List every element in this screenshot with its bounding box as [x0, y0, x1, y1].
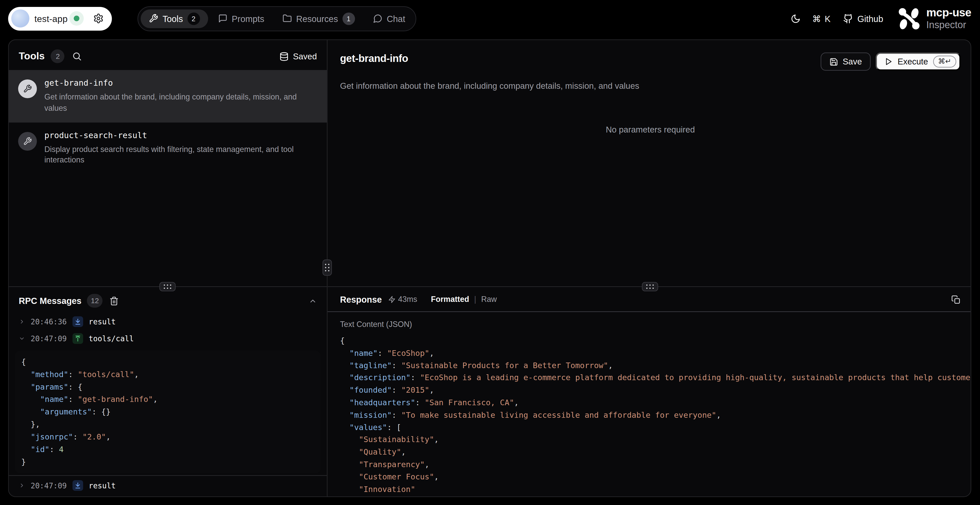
tools-section: Tools 2 Saved [9, 40, 327, 287]
search-icon[interactable] [72, 51, 82, 61]
code-token: , [608, 360, 613, 370]
collapse-panel-button[interactable] [309, 297, 317, 305]
code-token: , [430, 385, 434, 395]
left-panel: Tools 2 Saved [8, 40, 327, 497]
code-token [340, 447, 359, 457]
code-token: , [401, 447, 406, 457]
chevron-down-icon [19, 335, 25, 342]
code-token [340, 484, 359, 494]
code-token: "method" [31, 370, 68, 379]
code-token: : [410, 373, 420, 382]
play-icon [885, 57, 892, 66]
code-line: }, [21, 418, 314, 431]
code-token: , [716, 410, 721, 419]
github-label: Github [858, 14, 883, 24]
tab-prompts[interactable]: Prompts [210, 9, 272, 28]
horizontal-resize-handle-right[interactable] [642, 282, 658, 292]
rpc-timestamp: 20:46:36 [31, 317, 67, 326]
code-token: } [21, 457, 26, 466]
raw-toggle[interactable]: Raw [481, 295, 496, 304]
tool-name: get-brand-info [45, 78, 313, 88]
code-line: "Innovation" [340, 483, 970, 495]
code-line: "description": "EcoShop is a leading e-c… [340, 372, 970, 384]
sent-arrow-icon [72, 333, 83, 344]
code-token: "Customer Focus" [359, 472, 434, 481]
tab-chat[interactable]: Chat [365, 9, 414, 28]
code-line: "arguments": {} [21, 406, 314, 418]
code-token [21, 382, 31, 392]
tab-tools[interactable]: Tools 2 [141, 9, 208, 28]
clear-messages-button[interactable] [110, 296, 119, 306]
code-token [340, 472, 359, 481]
code-token: "jsonrpc" [31, 432, 73, 441]
tool-description: Get information about the brand, includi… [340, 81, 961, 91]
saved-button[interactable]: Saved [279, 52, 317, 61]
code-token [21, 395, 40, 404]
code-line: "Transparency", [340, 458, 970, 470]
code-token [21, 370, 31, 379]
settings-gear-icon[interactable] [93, 13, 104, 24]
code-line: "mission": "To make sustainable living a… [340, 409, 970, 421]
response-body: Text Content (JSON) { "name": "EcoShop",… [328, 312, 971, 497]
vertical-resize-handle[interactable] [323, 260, 332, 276]
execute-button[interactable]: Execute ⌘↵ [876, 53, 961, 71]
code-token: "To make sustainable living accessible a… [401, 410, 716, 419]
code-line: "founded": "2015", [340, 384, 970, 396]
code-token: : [415, 398, 425, 407]
code-token: "description" [349, 373, 410, 382]
brand-name: mcp-use [926, 7, 971, 18]
code-token: "founded" [349, 385, 392, 395]
rpc-timestamp: 20:47:09 [31, 481, 67, 490]
tool-item-product-search-result[interactable]: product-search-result Display product se… [9, 122, 327, 174]
code-token: }, [21, 419, 40, 429]
code-token: "Innovation" [359, 484, 415, 494]
app-root: test-app Tools 2 Prompts [0, 0, 980, 505]
code-token: : [392, 385, 401, 395]
code-token: "2015" [401, 385, 430, 395]
no-parameters-message: No parameters required [340, 125, 961, 135]
code-token: { [340, 336, 344, 345]
save-button[interactable]: Save [821, 53, 871, 71]
formatted-toggle[interactable]: Formatted [431, 295, 469, 304]
code-token: { [21, 357, 26, 366]
code-line: "Sustainability", [340, 433, 970, 446]
code-token: "headquarters" [349, 398, 415, 407]
tab-resources[interactable]: Resources 1 [274, 9, 363, 28]
code-token: "tools/call" [78, 370, 134, 379]
code-token: "get-brand-info" [78, 395, 153, 404]
code-token: : [392, 410, 401, 419]
horizontal-resize-handle-left[interactable] [159, 282, 176, 292]
right-panel: get-brand-info Save Execute [327, 40, 971, 497]
rpc-messages-title: RPC Messages [19, 296, 81, 306]
tools-title: Tools [19, 51, 45, 62]
command-k-shortcut[interactable]: ⌘ K [812, 14, 831, 24]
rpc-message-row[interactable]: 20:47:09 result [9, 475, 327, 496]
copy-button[interactable] [951, 295, 961, 304]
rpc-messages-section: RPC Messages 12 20:46:36 [9, 287, 327, 497]
chevron-right-icon [19, 482, 25, 489]
wrench-icon [149, 14, 158, 23]
execute-shortcut-badge: ⌘↵ [933, 56, 956, 67]
rpc-message-row[interactable]: 20:47:09 tools/call [9, 330, 327, 347]
trash-icon [110, 296, 119, 306]
code-line: "name": "EcoShop", [340, 347, 970, 359]
saved-label: Saved [293, 52, 317, 61]
code-line: "headquarters": "San Francisco, CA", [340, 396, 970, 409]
code-token [340, 398, 349, 407]
connection-pill[interactable]: test-app [8, 6, 112, 30]
lightning-icon [388, 296, 395, 303]
code-token [21, 407, 40, 416]
rpc-message-row[interactable]: 20:46:36 result [9, 313, 327, 330]
brand-subtitle: Inspector [926, 20, 971, 30]
rpc-timestamp: 20:47:09 [31, 334, 67, 343]
response-section: Response 43ms Formatted | Raw [328, 287, 971, 497]
dark-mode-toggle[interactable] [791, 14, 800, 24]
code-token [340, 373, 349, 382]
code-token: "Sustainable Products for a Better Tomor… [401, 360, 608, 370]
chevron-up-icon [309, 297, 317, 305]
tab-prompts-label: Prompts [232, 14, 264, 24]
github-link[interactable]: Github [843, 14, 883, 24]
workspace: Tools 2 Saved [8, 40, 971, 497]
message-circle-icon [373, 14, 382, 23]
tool-item-get-brand-info[interactable]: get-brand-info Get information about the… [9, 70, 327, 122]
